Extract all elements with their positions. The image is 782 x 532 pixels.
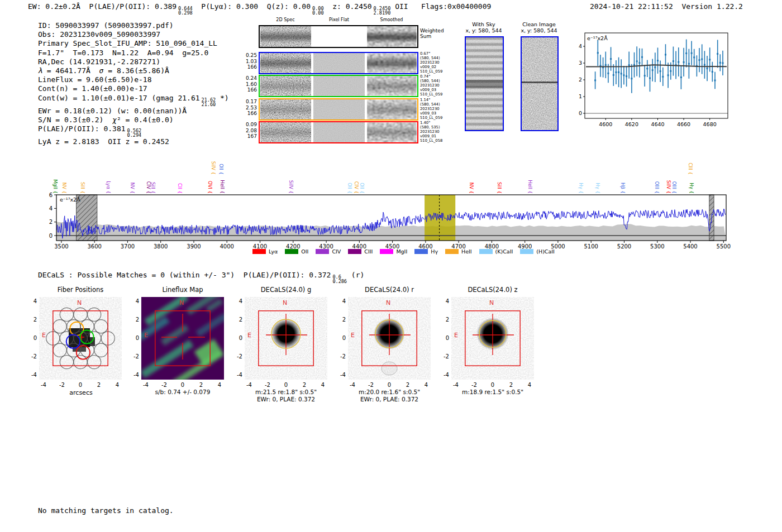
noise-texture [367, 26, 417, 47]
panel-y-tick: 0 [335, 335, 346, 341]
line-label-Hγ: Hγ { [689, 183, 694, 194]
with-sky-stamp [465, 36, 504, 131]
line-label-SiII: SiII { [80, 182, 85, 194]
info-line-7: LineFlux = 9.60(±6.50)e-18 [38, 75, 229, 84]
info-line-6: λ = 4641.77Å σ = 8.36(±5.86)Å [38, 66, 229, 75]
panel-y-tick: -2 [231, 353, 242, 360]
info-line-8: Cont(n) = 1.40(±0.00)e-17 [38, 84, 229, 93]
cutout-row [259, 25, 418, 48]
legend-item: Hγ [414, 248, 438, 255]
panel-x-tick: -2 [159, 382, 170, 388]
panel-y-tick: 0 [128, 335, 139, 341]
line-label-OII: OII { [359, 183, 365, 194]
panel-y-tick: -4 [335, 372, 346, 378]
compass-east: E [351, 332, 355, 339]
y-axis-units: e⁻¹⁷x2Å [587, 35, 608, 41]
info-line-11: S/N = 0.3(±0.2) χ² = 0.4(±0.0) [38, 116, 229, 124]
panel-x-tick: 0 [75, 382, 86, 388]
line-label-NV: NV { [469, 183, 474, 194]
cutout-cell [260, 26, 311, 47]
zoom-plot-svg: 0123446004620464046604680e⁻¹⁷x2Å [578, 28, 746, 134]
line-label-OII: OII { [218, 164, 224, 175]
noise-texture [367, 53, 417, 73]
decals-stamp-panel [245, 297, 327, 380]
compass-east: E [144, 332, 148, 339]
x-tick-label: 5300 [650, 243, 664, 250]
legend-swatch [348, 249, 361, 254]
line-label-Hγ: Hγ { [595, 183, 600, 194]
panel-caption: EWr: 0, PLAE: 0.372 [333, 396, 445, 402]
info-line-2: Obs: 20231230v009_5090033997 [38, 30, 229, 39]
noise-texture [313, 76, 365, 96]
compass-east: E [42, 332, 46, 339]
panel-x-tick: 4 [524, 382, 535, 388]
x-tick-label: 4680 [703, 121, 717, 127]
cutout-col-header: Pixel Flat [314, 17, 364, 22]
elixer-report-page: EW: 0.2±0.2Å P(LAE)/P(OII): 0.3890.6440.… [0, 0, 782, 532]
legend-label: CIII [364, 248, 373, 255]
fiber-id-labels: 0.74"(580, 544)20231230v009_03510_LL_059 [420, 74, 454, 97]
line-label-OII: OII { [347, 183, 352, 194]
legend-label: CIV [332, 248, 341, 255]
panel-title: DECaLS(24.0) g [236, 286, 336, 294]
line-label-SiIV: SiIV { [666, 180, 671, 194]
panel-x-tick: 4 [214, 382, 225, 388]
y-tick-label: 4 [49, 205, 53, 212]
noise-texture [260, 99, 311, 119]
catalog-footer: No matching targets in catalog. Row inte… [38, 488, 174, 532]
panel-caption: EWr: 0, PLAE: 0.372 [230, 396, 342, 402]
panel-y-tick: -2 [335, 353, 346, 360]
panel-x-tick: 0 [280, 382, 292, 388]
legend-swatch [285, 249, 298, 254]
panel-x-tick: 2 [506, 382, 517, 388]
line-label-CII: CII { [177, 183, 183, 194]
info-line-10: EWr = 0.18(±0.12) (w: 0.00(±nan))Å [38, 107, 229, 116]
line-label-OIII: OIII { [671, 181, 677, 194]
cutout-cell [367, 76, 417, 96]
compass-east: E [454, 332, 458, 339]
legend-label: OII [301, 248, 308, 255]
cutout-cell [260, 53, 311, 73]
y-axis-units: e⁻¹⁷x2Å [60, 196, 80, 203]
panel-y-tick: 4 [438, 298, 449, 304]
compass-north: N [77, 299, 82, 306]
fiber-weight-labels: 0.251.03166 [245, 52, 257, 70]
info-line-4: F=1.7" T=0.173 N=1.22 A=0.94 g=25.0 [38, 49, 229, 57]
y-tick-label: 4 [579, 43, 582, 49]
legend-swatch [445, 249, 459, 254]
legend-label: HeII [461, 248, 472, 255]
x-tick-label: 4620 [625, 121, 638, 127]
cutout-cell [367, 53, 417, 73]
panel-y-tick: 2 [335, 317, 346, 323]
info-line-5: RA,Dec (14.921931,-2.287271) [38, 57, 229, 66]
panel-caption: m:20.0 re:1.6" s:0.5" [333, 389, 445, 395]
panel-y-tick: 2 [438, 317, 449, 323]
compass-north: N [489, 299, 494, 306]
panel-y-tick: 4 [335, 298, 346, 304]
y-tick-label: 2 [579, 76, 582, 83]
line-label-SiII: SiII { [150, 182, 156, 194]
noise-texture [367, 122, 417, 142]
stacked-uncertainty: 0.000.00 [312, 6, 323, 15]
panel-y-tick: 4 [128, 298, 139, 304]
line-label-SiIV: SiIV { [288, 180, 294, 194]
info-line-9: Cont(w) = 1.10(±0.01)e-17 (gmag 21.6121.… [38, 94, 229, 107]
line-label-CIV: CIV { [354, 181, 359, 194]
x-tick-label: 3500 [54, 243, 68, 250]
fiber-id-labels: 1.14"(580, 544)20231230v009_03510_LL_059 [420, 98, 454, 120]
panel-x-tick: -4 [244, 382, 255, 388]
noise-texture [260, 122, 311, 142]
stamp-coords: x, y: 580, 544 [511, 27, 567, 33]
y-tick-label: 1 [579, 93, 582, 99]
line-label-OIII: OIII { [654, 181, 660, 194]
cutout-cell [367, 122, 417, 142]
detection-info-block: ID: 5090033997 (5090033997.pdf)Obs: 2023… [38, 21, 229, 146]
cutout-row [259, 75, 418, 97]
noise-texture [367, 76, 417, 96]
x-tick-label: 5400 [683, 243, 697, 250]
x-tick-label: 5200 [617, 243, 631, 250]
panel-x-tick: 4 [317, 382, 328, 388]
cutout-cell [260, 76, 311, 96]
panel-y-tick: -2 [438, 353, 449, 360]
panel-y-tick: 0 [438, 335, 449, 341]
